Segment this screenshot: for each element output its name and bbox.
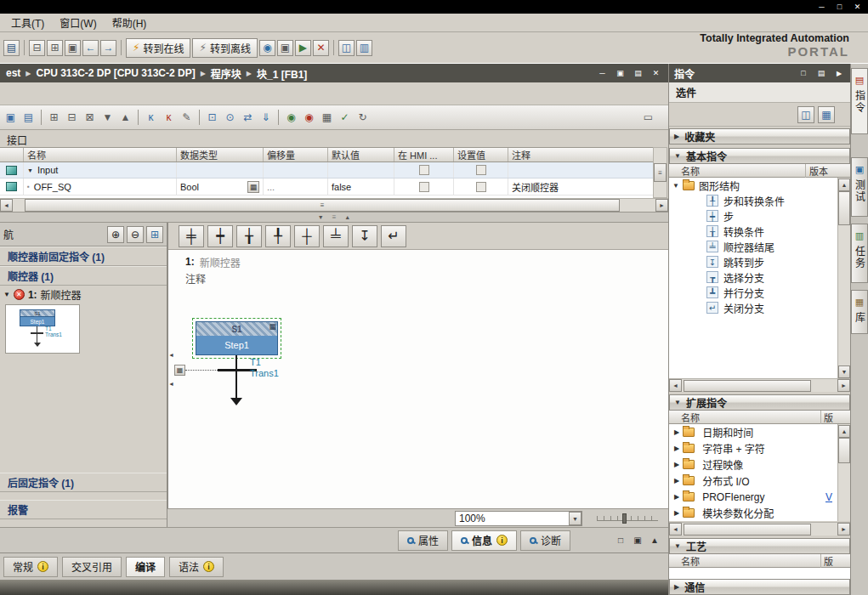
editor-dock-button[interactable]: ▤ <box>631 67 645 79</box>
side-tab-instructions[interactable]: ▤ 指令 <box>851 68 868 134</box>
symbolic-operands-icon[interactable]: ĸ <box>161 110 177 126</box>
row-comment[interactable]: 关闭顺控器 <box>508 178 653 195</box>
breadcrumb-project[interactable]: est <box>3 67 23 79</box>
copy-icon[interactable]: ⊞ <box>47 40 63 56</box>
folder-string-char[interactable]: ▶ 字符串 + 字符 <box>669 440 837 456</box>
accessible-devices-icon[interactable]: ◉ <box>259 40 275 56</box>
hscroll-left-button[interactable]: ◄ <box>669 379 682 392</box>
editor-minimize-button[interactable]: ─ <box>595 67 610 79</box>
section-basic-instructions[interactable]: ▼ 基本指令 <box>669 148 850 164</box>
hscroll-right-button[interactable]: ► <box>837 523 850 536</box>
tree-item-parallel-branch[interactable]: ┻ 并行分支 <box>669 285 837 300</box>
splitter-collapse-icon[interactable]: ▼ <box>318 214 324 220</box>
sfc-transition-branch-icon[interactable]: ╀ <box>265 225 291 247</box>
sfc-step-icon[interactable]: ┿ <box>207 225 233 247</box>
folder-date-and-time[interactable]: ▶ 日期和时间 <box>669 424 837 440</box>
absolute-operands-icon[interactable]: ĸ <box>143 110 159 126</box>
row-datatype-cell[interactable]: Bool ▦ <box>177 178 264 195</box>
sequence-name[interactable]: 新顺控器 <box>200 255 241 269</box>
splitter-expand-icon[interactable]: ▲ <box>344 214 350 220</box>
column-hmi[interactable]: 在 HMI ... <box>394 148 454 162</box>
insert-empty-box-icon[interactable]: ⊡ <box>204 110 220 126</box>
collapse-all-icon[interactable]: ▲ <box>117 110 133 126</box>
column-name[interactable]: 名称 <box>24 148 177 162</box>
technology-column-name[interactable]: 名称 <box>669 554 820 568</box>
zoom-select[interactable]: 100% ▼ <box>455 511 582 526</box>
expander-icon[interactable]: ▼ <box>3 291 10 298</box>
expand-all-icon[interactable]: ▼ <box>99 110 116 126</box>
tab-general[interactable]: 常规 i <box>3 557 58 577</box>
extended-vscrollbar[interactable]: ▲ <box>837 424 850 521</box>
tab-properties[interactable]: 属性 <box>398 530 448 551</box>
table-hscrollbar[interactable]: ◄ ≡ ► <box>0 198 668 212</box>
edit-comment-icon[interactable]: ✎ <box>179 110 195 126</box>
folder-distributed-io[interactable]: ▶ 分布式 I/O <box>669 473 837 489</box>
tree-item-selective-branch[interactable]: ┲ 选择分支 <box>669 269 837 285</box>
window-minimize-button[interactable]: ─ <box>814 1 829 13</box>
tree-item-jump-to-step[interactable]: ↧ 跳转到步 <box>669 254 837 269</box>
tree-item-close-branch[interactable]: ↵ 关闭分支 <box>669 300 837 315</box>
nav-item-alarms[interactable]: 报警 <box>0 500 167 519</box>
vscroll-thumb[interactable] <box>838 191 850 225</box>
expander-icon[interactable]: ▼ <box>672 182 679 190</box>
print-icon[interactable]: ⊟ <box>29 40 45 56</box>
table-row[interactable]: ▼ Input <box>0 162 653 178</box>
nav-item-post-fixed-commands[interactable]: 后固定指令 (1) <box>0 473 167 492</box>
editor-restore-button[interactable]: ▣ <box>613 67 627 79</box>
go-online-button[interactable]: ⚡ 转到在线 <box>126 38 190 58</box>
menu-window[interactable]: 窗口(W) <box>52 13 104 32</box>
extended-column-name[interactable]: 名称 <box>669 411 820 424</box>
download-icon[interactable]: ⇓ <box>258 110 274 126</box>
zoom-slider[interactable] <box>597 516 658 521</box>
hscroll-thumb[interactable] <box>684 524 811 536</box>
keep-layout-icon[interactable]: ▣ <box>3 110 19 126</box>
side-tab-libraries[interactable]: ▦ 库 <box>851 290 868 334</box>
fit-view-icon[interactable]: ⊞ <box>146 226 163 243</box>
cancel-icon[interactable]: ✕ <box>313 40 329 56</box>
branch-stub-icon[interactable]: ▦ <box>174 365 185 376</box>
technology-column-version[interactable]: 版 <box>820 554 833 568</box>
step-grid-icon[interactable]: ▦ <box>269 322 276 331</box>
delete-row-icon[interactable]: ⊠ <box>82 110 98 126</box>
section-technology[interactable]: ▼ 工艺 <box>669 538 850 554</box>
basic-column-name[interactable]: 名称 <box>669 164 805 178</box>
section-extended-instructions[interactable]: ▼ 扩展指令 <box>669 394 850 411</box>
monitor-off-icon[interactable]: ◉ <box>301 110 317 126</box>
tab-compile[interactable]: 编译 <box>126 557 165 577</box>
insert-row-icon[interactable]: ⊞ <box>46 110 62 126</box>
tab-syntax[interactable]: 语法 i <box>169 557 224 577</box>
layout-right-icon[interactable]: ▭ <box>640 110 656 126</box>
setpoint-checkbox[interactable] <box>476 165 486 175</box>
save-project-icon[interactable]: ▤ <box>3 40 20 56</box>
dock-inspector-icon[interactable]: ▣ <box>631 534 644 547</box>
nav-item-pre-fixed-commands[interactable]: 顺控器前固定指令 (1) <box>0 246 167 266</box>
editor-close-button[interactable]: ✕ <box>649 67 663 79</box>
vscroll-thumb[interactable]: ≡ <box>654 163 667 182</box>
breadcrumb-program-blocks[interactable]: 程序块 <box>208 66 244 81</box>
canvas-collapse-icon[interactable]: ◄ <box>168 352 174 358</box>
window-maximize-button[interactable]: □ <box>832 1 847 13</box>
tab-info[interactable]: 信息 i <box>451 530 517 551</box>
expand-panel-icon[interactable]: ▶ <box>833 67 845 79</box>
zoom-out-icon[interactable]: ⊖ <box>127 226 144 243</box>
sfc-step-and-transition-icon[interactable]: ╪ <box>179 225 204 247</box>
expander-icon[interactable]: ▼ <box>27 167 33 173</box>
go-offline-button[interactable]: ⚡ 转到离线 <box>192 38 257 58</box>
setpoint-checkbox[interactable] <box>476 182 486 192</box>
nav-item-sequencers[interactable]: 顺控器 (1) <box>0 266 167 286</box>
folder-module-parameterization[interactable]: ▶ 模块参数化分配 <box>669 505 837 521</box>
column-setpoint[interactable]: 设置值 <box>454 148 508 162</box>
tree-folder-graph-structure[interactable]: ▼ 图形结构 <box>669 178 837 193</box>
hscroll-left-button[interactable]: ◄ <box>669 523 682 536</box>
redo-icon[interactable]: → <box>100 40 116 56</box>
side-tab-tasks[interactable]: ▥ 任务 <box>851 224 868 283</box>
menu-help[interactable]: 帮助(H) <box>105 13 155 32</box>
sfc-sequence-end-icon[interactable]: ╧ <box>323 225 349 247</box>
sfc-supervision-icon[interactable]: ┼ <box>294 225 320 247</box>
comment-toggle-icon[interactable]: ⊙ <box>222 110 238 126</box>
hscroll-thumb[interactable] <box>684 380 811 392</box>
tree-item-step[interactable]: ┿ 步 <box>669 208 837 224</box>
folder-profienergy[interactable]: ▶ PROFIenergy V <box>669 489 837 505</box>
canvas-collapse-icon[interactable]: ◄ <box>168 381 174 387</box>
nav-sequencer-entry[interactable]: ▼ ✕ 1: 新顺控器 <box>0 286 167 303</box>
